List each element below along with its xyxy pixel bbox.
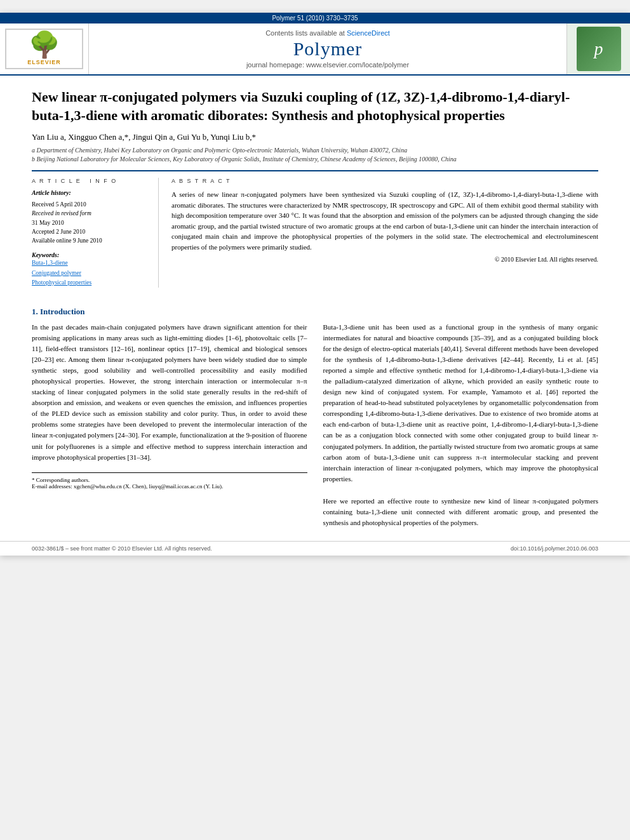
elsevier-logo-box: 🌳 ELSEVIER — [5, 29, 83, 69]
journal-citation: Polymer 51 (2010) 3730–3735 — [272, 15, 358, 22]
sciencedirect-link[interactable]: ScienceDirect — [347, 29, 390, 37]
article-title: New linear π-conjugated polymers via Suz… — [32, 88, 598, 124]
journal-citation-bar: Polymer 51 (2010) 3730–3735 — [0, 13, 630, 23]
journal-name: Polymer — [293, 38, 363, 60]
body-col-left: In the past decades main-chain conjugate… — [32, 322, 307, 528]
issn-copyright: 0032-3861/$ – see front matter © 2010 El… — [32, 545, 212, 552]
footnote-area: * Corresponding authors. E-mail addresse… — [32, 472, 307, 490]
keyword-3[interactable]: Photophysical properties — [32, 278, 149, 288]
footnote-email: E-mail addresses: xgchen@whu.edu.cn (X. … — [32, 483, 307, 490]
affiliations: a Department of Chemistry, Hubei Key Lab… — [32, 146, 598, 164]
abstract-text: A series of new linear π-conjugated poly… — [171, 189, 598, 252]
polymer-brand-logo: p — [577, 27, 621, 71]
body-col1-text: In the past decades main-chain conjugate… — [32, 322, 307, 463]
abstract-column: A B S T R A C T A series of new linear π… — [171, 178, 598, 288]
elsevier-wordmark: ELSEVIER — [27, 59, 61, 65]
body-col2-text: Buta-1,3-diene unit has been used as a f… — [323, 322, 599, 484]
body-two-col: In the past decades main-chain conjugate… — [32, 322, 598, 528]
journal-center-header: Contents lists available at ScienceDirec… — [89, 23, 566, 74]
polymer-logo-right: p — [566, 23, 630, 74]
elsevier-logo-section: 🌳 ELSEVIER — [0, 23, 89, 74]
article-header-section: New linear π-conjugated polymers via Suz… — [0, 76, 630, 300]
article-info-column: A R T I C L E I N F O Article history: R… — [32, 178, 159, 288]
article-history-label: Article history: — [32, 189, 149, 196]
section1-title: 1. Introduction — [32, 307, 598, 317]
available-online: Available online 9 June 2010 — [32, 236, 149, 245]
affiliation-b: b Beijing National Laboratory for Molecu… — [32, 155, 598, 164]
article-info-abstract-section: A R T I C L E I N F O Article history: R… — [32, 170, 598, 288]
affiliation-a: a Department of Chemistry, Hubei Key Lab… — [32, 146, 598, 155]
body-content: 1. Introduction In the past decades main… — [0, 300, 630, 541]
body-col2-text-para2: Here we reported an effective route to s… — [323, 496, 599, 528]
journal-homepage: journal homepage: www.elsevier.com/locat… — [246, 61, 409, 69]
accepted-date: Accepted 2 June 2010 — [32, 227, 149, 236]
sciencedirect-label: Contents lists available at ScienceDirec… — [265, 29, 390, 37]
doi: doi:10.1016/j.polymer.2010.06.003 — [511, 545, 598, 552]
received-revised-label: Received in revised form — [32, 209, 149, 218]
copyright-notice: © 2010 Elsevier Ltd. All rights reserved… — [171, 256, 598, 263]
received-revised-date: 31 May 2010 — [32, 218, 149, 227]
abstract-section-label: A B S T R A C T — [171, 178, 598, 184]
page: Polymer 51 (2010) 3730–3735 🌳 ELSEVIER C… — [0, 13, 630, 556]
authors-line: Yan Liu a, Xingguo Chen a,*, Jingui Qin … — [32, 132, 598, 142]
keyword-1[interactable]: Buta-1,3-diene — [32, 258, 149, 268]
footnote-corresponding: * Corresponding authors. — [32, 477, 307, 483]
journal-header: 🌳 ELSEVIER Contents lists available at S… — [0, 23, 630, 76]
article-info-section-label: A R T I C L E I N F O — [32, 178, 149, 184]
bottom-bar: 0032-3861/$ – see front matter © 2010 El… — [0, 541, 630, 556]
received-date: Received 5 April 2010 — [32, 200, 149, 209]
keywords-label: Keywords: — [32, 251, 149, 258]
authors-text: Yan Liu a, Xingguo Chen a,*, Jingui Qin … — [32, 132, 256, 142]
elsevier-tree-icon: 🌳 — [29, 32, 60, 58]
keywords-section: Keywords: Buta-1,3-diene Conjugated poly… — [32, 251, 149, 288]
body-col-right: Buta-1,3-diene unit has been used as a f… — [323, 322, 599, 528]
keyword-2[interactable]: Conjugated polymer — [32, 269, 149, 278]
